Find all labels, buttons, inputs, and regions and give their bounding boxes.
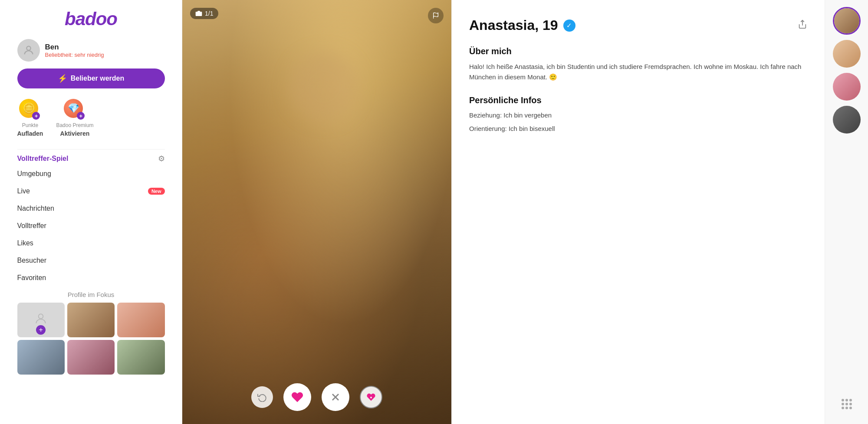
suggested-photo-3 <box>833 73 861 101</box>
suggested-profile-1[interactable] <box>833 7 861 35</box>
action-bar <box>182 383 451 411</box>
focus-second-row <box>17 340 165 375</box>
about-text: Halo! Ich heiße Anastasia, ich bin Stude… <box>469 62 807 82</box>
focus-item-3[interactable] <box>17 340 65 375</box>
dislike-button[interactable] <box>322 383 349 411</box>
popularity: Beliebtheit: sehr niedrig <box>45 52 104 58</box>
lightning-icon: ⚡ <box>58 74 67 83</box>
plus-badge: + <box>32 112 40 120</box>
diamond-wrap: 💎 + <box>64 99 85 121</box>
sidebar-item-nachrichten[interactable]: Nachrichten <box>17 200 165 217</box>
add-focus-button[interactable]: + <box>36 325 46 335</box>
premium-label: Badoo Premium <box>56 122 93 128</box>
focus-item-5[interactable] <box>117 340 164 375</box>
profile-card-area: 1/1 <box>182 0 451 424</box>
suggested-profile-2[interactable] <box>833 40 861 68</box>
suggested-photo-2 <box>833 40 861 68</box>
main-content: 1/1 <box>182 0 868 424</box>
relationship-info: Beziehung: Ich bin vergeben <box>469 111 807 121</box>
flag-button[interactable] <box>428 8 444 23</box>
sidebar-item-umgebung[interactable]: Umgebung <box>17 165 165 183</box>
personal-title: Persönliche Infos <box>469 95 807 105</box>
boost-button[interactable]: ⚡ Belieber werden <box>17 68 165 88</box>
app-logo: badoo <box>65 9 117 29</box>
photo-counter: 1/1 <box>190 8 218 19</box>
share-icon <box>798 20 807 29</box>
focus-photo-1 <box>67 303 115 337</box>
focus-photo-2 <box>117 303 164 337</box>
suggested-profile-4[interactable] <box>833 106 861 134</box>
new-badge: New <box>148 188 165 195</box>
svg-point-0 <box>26 46 30 50</box>
suggested-profile-3[interactable] <box>833 73 861 101</box>
suggested-photo-4 <box>833 106 861 134</box>
heart-icon <box>291 391 304 404</box>
sidebar: badoo Ben Beliebtheit: sehr niedrig ⚡ Be… <box>0 0 182 424</box>
focus-item-empty[interactable]: + <box>17 303 65 337</box>
profile-detail: Anastasia, 19 ✓ Über mich Halo! Ich heiß… <box>451 0 825 424</box>
profile-name-row: Anastasia, 19 ✓ <box>469 17 807 33</box>
orientation-info: Orientierung: Ich bin bisexuell <box>469 124 807 134</box>
nav-section: Volltreffer-Spiel ⚙ Umgebung Live New Na… <box>17 149 165 287</box>
camera-icon <box>195 10 202 17</box>
sidebar-item-favoriten[interactable]: Favoriten <box>17 269 165 287</box>
dot-grid-icon <box>842 399 852 409</box>
nav-header: Volltreffer-Spiel ⚙ <box>17 154 165 163</box>
apps-grid-button[interactable] <box>838 395 855 413</box>
focus-photo-3 <box>17 340 65 375</box>
settings-icon[interactable]: ⚙ <box>158 154 165 163</box>
nav-active-item[interactable]: Volltreffer-Spiel <box>17 155 69 163</box>
user-info: Ben Beliebtheit: sehr niedrig <box>17 39 165 62</box>
sidebar-item-likes[interactable]: Likes <box>17 235 165 252</box>
focus-photo-5 <box>117 340 164 375</box>
username: Ben <box>45 43 104 52</box>
share-button[interactable] <box>798 20 807 32</box>
sidebar-item-volltreffer[interactable]: Volltreffer <box>17 217 165 235</box>
punkte-action: Aufladen <box>17 130 43 137</box>
avatar <box>17 39 40 62</box>
undo-button[interactable] <box>251 386 273 408</box>
about-title: Über mich <box>469 46 807 56</box>
right-sidebar <box>825 0 868 424</box>
credits-row: 🪙 + Punkte Aufladen 💎 + Badoo Premium Ak… <box>17 99 165 137</box>
svg-point-1 <box>39 314 43 319</box>
super-heart-icon <box>366 392 376 402</box>
coin-wrap: 🪙 + <box>19 99 41 121</box>
focus-section: Profile im Fokus + <box>17 291 165 375</box>
premium-action: Aktivieren <box>60 130 90 137</box>
credits-premium[interactable]: 💎 + Badoo Premium Aktivieren <box>56 99 93 137</box>
focus-photo-4 <box>67 340 115 375</box>
user-text: Ben Beliebtheit: sehr niedrig <box>45 43 104 58</box>
profile-photo: 1/1 <box>182 0 451 424</box>
credits-punkte[interactable]: 🪙 + Punkte Aufladen <box>17 99 43 137</box>
sidebar-item-live[interactable]: Live New <box>17 183 165 200</box>
verified-badge: ✓ <box>563 20 575 32</box>
punkte-label: Punkte <box>22 122 38 128</box>
plus-badge-2: + <box>77 112 85 120</box>
x-icon <box>329 391 342 403</box>
focus-item-2[interactable] <box>117 303 164 337</box>
focus-item-1[interactable] <box>67 303 115 337</box>
svg-point-6 <box>370 397 372 398</box>
profile-name: Anastasia, 19 <box>469 17 558 33</box>
super-like-button[interactable] <box>360 386 382 408</box>
suggested-photo-1 <box>834 8 859 33</box>
undo-icon <box>257 392 267 402</box>
focus-title: Profile im Fokus <box>17 291 165 298</box>
like-button[interactable] <box>283 383 311 411</box>
flag-icon <box>432 12 439 19</box>
focus-item-4[interactable] <box>67 340 115 375</box>
focus-grid: + <box>17 303 165 337</box>
sidebar-item-besucher[interactable]: Besucher <box>17 252 165 269</box>
